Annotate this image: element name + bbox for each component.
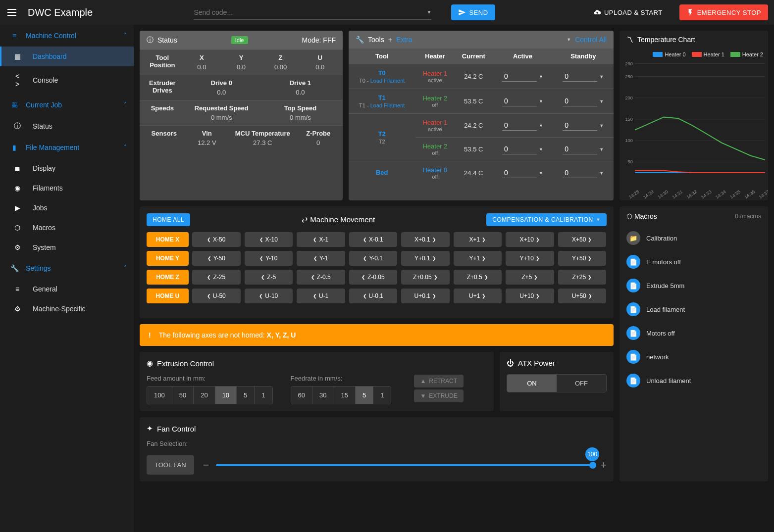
move-z+5-button[interactable]: Z+5❯ — [506, 270, 554, 285]
move-z-5-button[interactable]: ❮Z-5 — [245, 270, 293, 285]
feed-amounts-20[interactable]: 20 — [194, 387, 215, 404]
chevron-down-icon[interactable]: ▼ — [539, 99, 543, 104]
move-z-25-button[interactable]: ❮Z-25 — [192, 270, 241, 285]
move-u-0.1-button[interactable]: ❮U-0.1 — [349, 289, 398, 303]
move-x+1-button[interactable]: X+1❯ — [454, 232, 502, 247]
move-x-1-button[interactable]: ❮X-1 — [297, 232, 345, 247]
active-temp-input[interactable] — [502, 120, 537, 131]
legend-item[interactable]: Heater 1 — [692, 51, 724, 57]
chevron-down-icon[interactable]: ▼ — [539, 123, 543, 128]
move-u+50-button[interactable]: U+50❯ — [558, 289, 607, 303]
tool-name[interactable]: Bed — [352, 169, 413, 176]
nav-group-cj[interactable]: 🖶Current Job˄ — [0, 94, 134, 116]
chevron-down-icon[interactable]: ▼ — [567, 37, 571, 42]
nav-item-jobs[interactable]: ▶Jobs — [0, 198, 134, 218]
active-temp-input[interactable] — [502, 96, 537, 106]
menu-icon[interactable] — [6, 6, 18, 18]
load-filament-link[interactable]: Load Filament — [370, 78, 405, 84]
move-y-1-button[interactable]: ❮Y-1 — [297, 251, 345, 266]
fan-decrease-button[interactable]: − — [203, 459, 209, 472]
home-z-button[interactable]: HOME Z — [147, 270, 189, 285]
load-filament-link[interactable]: Load Filament — [370, 102, 405, 108]
feedrates-60[interactable]: 60 — [291, 387, 312, 404]
move-u+0.1-button[interactable]: U+0.1❯ — [401, 289, 450, 303]
nav-item-console[interactable]: < >Console — [0, 66, 134, 94]
feed-amounts-100[interactable]: 100 — [147, 387, 172, 404]
nav-item-system[interactable]: ⚙System — [0, 238, 134, 257]
move-z+0.05-button[interactable]: Z+0.05❯ — [401, 270, 450, 285]
home-x-button[interactable]: HOME X — [147, 232, 189, 247]
move-u+10-button[interactable]: U+10❯ — [506, 289, 554, 303]
standby-temp-input[interactable] — [563, 144, 597, 154]
move-y+1-button[interactable]: Y+1❯ — [454, 251, 502, 266]
feedrates-30[interactable]: 30 — [312, 387, 334, 404]
nav-item-dashboard[interactable]: ▦Dashboard — [0, 47, 134, 66]
macro-item[interactable]: 📁Calibration — [619, 226, 768, 250]
move-x-50-button[interactable]: ❮X-50 — [192, 232, 241, 247]
move-z-0.05-button[interactable]: ❮Z-0.05 — [349, 270, 398, 285]
active-temp-input[interactable] — [502, 168, 537, 178]
move-x-0.1-button[interactable]: ❮X-0.1 — [349, 232, 398, 247]
nav-group-st[interactable]: 🔧Settings˄ — [0, 257, 134, 279]
home-y-button[interactable]: HOME Y — [147, 251, 189, 266]
compensation-calibration-button[interactable]: COMPENSATION & CALIBRATION ▼ — [486, 213, 607, 226]
chevron-down-icon[interactable]: ▼ — [599, 171, 604, 176]
move-z-0.5-button[interactable]: ❮Z-0.5 — [297, 270, 345, 285]
macro-item[interactable]: 📄Unload filament — [619, 369, 768, 392]
standby-temp-input[interactable] — [563, 96, 597, 106]
move-x+0.1-button[interactable]: X+0.1❯ — [401, 232, 450, 247]
control-all-link[interactable]: Control All — [575, 36, 607, 44]
retract-button[interactable]: ▲RETRACT — [414, 375, 463, 387]
standby-temp-input[interactable] — [563, 71, 597, 82]
extrude-button[interactable]: ▼EXTRUDE — [414, 389, 463, 402]
feedrates-15[interactable]: 15 — [334, 387, 356, 404]
nav-group-fm[interactable]: ▮File Management˄ — [0, 137, 134, 158]
tool-name[interactable]: T0 — [352, 69, 413, 77]
home-u-button[interactable]: HOME U — [147, 289, 189, 303]
macro-item[interactable]: 📄Extrude 5mm — [619, 274, 768, 297]
chevron-down-icon[interactable]: ▼ — [599, 123, 604, 128]
atx-off-button[interactable]: OFF — [557, 375, 606, 392]
nav-item-general[interactable]: ≡General — [0, 279, 134, 299]
atx-on-button[interactable]: ON — [507, 375, 557, 392]
fan-slider[interactable]: 100 — [216, 464, 593, 466]
extra-link[interactable]: Extra — [396, 36, 413, 44]
move-y-0.1-button[interactable]: ❮Y-0.1 — [349, 251, 398, 266]
active-temp-input[interactable] — [502, 71, 537, 82]
nav-item-display[interactable]: ≣Display — [0, 158, 134, 178]
tool-fan-button[interactable]: TOOL FAN — [147, 455, 194, 475]
feed-amounts-1[interactable]: 1 — [255, 387, 272, 404]
chevron-down-icon[interactable]: ▼ — [539, 147, 543, 152]
move-x+50-button[interactable]: X+50❯ — [558, 232, 607, 247]
chevron-down-icon[interactable]: ▼ — [599, 147, 604, 152]
add-tool-button[interactable]: + — [388, 36, 392, 44]
move-y+0.1-button[interactable]: Y+0.1❯ — [401, 251, 450, 266]
nav-item-status[interactable]: ⓘStatus — [0, 116, 134, 137]
macro-item[interactable]: 📄Motors off — [619, 321, 768, 345]
tool-name[interactable]: T1 — [352, 94, 413, 101]
heater-name[interactable]: Heater 0 — [418, 166, 452, 174]
move-u+1-button[interactable]: U+1❯ — [454, 289, 502, 303]
move-z+0.5-button[interactable]: Z+0.5❯ — [454, 270, 502, 285]
move-u-10-button[interactable]: ❮U-10 — [245, 289, 293, 303]
send-button[interactable]: SEND — [451, 4, 495, 20]
heater-name[interactable]: Heater 2 — [418, 95, 452, 102]
active-temp-input[interactable] — [502, 144, 537, 154]
nav-item-filaments[interactable]: ◉Filaments — [0, 178, 134, 198]
macro-item[interactable]: 📄Load filament — [619, 297, 768, 321]
nav-item-macros[interactable]: ⬡Macros — [0, 218, 134, 238]
standby-temp-input[interactable] — [563, 120, 597, 131]
nav-item-ms[interactable]: ⚙Machine-Specific — [0, 299, 134, 319]
macro-item[interactable]: 📄network — [619, 345, 768, 369]
move-y-50-button[interactable]: ❮Y-50 — [192, 251, 241, 266]
chevron-down-icon[interactable]: ▼ — [539, 171, 543, 176]
chevron-down-icon[interactable]: ▼ — [599, 74, 604, 79]
fan-slider-thumb[interactable] — [589, 462, 596, 469]
heater-name[interactable]: Heater 1 — [418, 70, 452, 77]
feed-amounts-5[interactable]: 5 — [237, 387, 255, 404]
move-u-1-button[interactable]: ❮U-1 — [297, 289, 345, 303]
home-all-button[interactable]: HOME ALL — [147, 213, 190, 226]
feed-amounts-50[interactable]: 50 — [172, 387, 194, 404]
move-z+25-button[interactable]: Z+25❯ — [558, 270, 607, 285]
move-x-10-button[interactable]: ❮X-10 — [245, 232, 293, 247]
